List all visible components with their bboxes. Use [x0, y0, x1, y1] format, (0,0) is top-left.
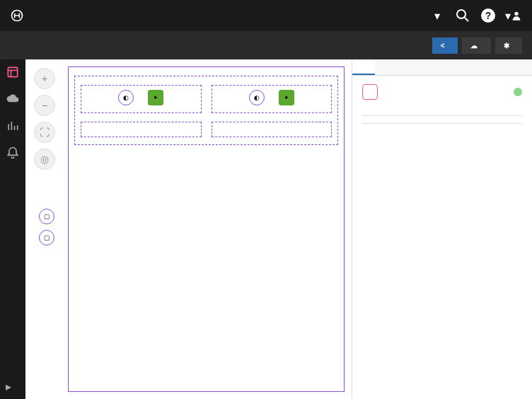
share-button[interactable]: < — [432, 37, 458, 54]
efs-node[interactable]: ✦ — [148, 90, 163, 105]
svg-point-4 — [514, 12, 518, 16]
s3-node[interactable]: ▢ — [39, 209, 54, 224]
zoom-target-button[interactable]: ◎ — [34, 149, 55, 170]
zoom-out-button[interactable]: − — [34, 95, 55, 116]
status-indicator — [514, 88, 522, 96]
diagram-canvas[interactable]: + − ⛶ ◎ ▢ ▢ ○ ○ ◐ ✦ — [25, 59, 352, 399]
nav-alerts-icon[interactable] — [6, 146, 20, 160]
search-icon[interactable] — [454, 7, 471, 24]
svg-point-1 — [457, 10, 466, 18]
nat-node[interactable]: ◐ — [249, 90, 265, 105]
vpc-container: ▢ ▢ ○ ○ ◐ ✦ — [68, 66, 345, 392]
svg-text:?: ? — [485, 10, 492, 21]
logo[interactable] — [10, 8, 28, 23]
user-menu[interactable]: ▾ — [505, 7, 522, 24]
nav-environments-icon[interactable] — [6, 65, 20, 79]
rds-icon — [362, 84, 378, 100]
help-icon[interactable]: ? — [480, 7, 497, 24]
svg-rect-5 — [8, 67, 17, 76]
zoom-fit-button[interactable]: ⛶ — [34, 122, 55, 143]
export-button[interactable]: ☁ — [462, 37, 491, 54]
sidebar-expand-icon[interactable]: ▸ — [6, 380, 11, 393]
s3-node[interactable]: ▢ — [39, 230, 54, 245]
tab-attributes[interactable] — [352, 59, 375, 75]
efs-node[interactable]: ✦ — [279, 90, 294, 105]
dropdown-toggle[interactable]: ▾ — [429, 7, 446, 24]
logo-icon — [10, 8, 24, 23]
tab-versions[interactable] — [375, 59, 398, 75]
nat-node[interactable]: ◐ — [118, 90, 134, 105]
zoom-in-button[interactable]: + — [34, 68, 55, 89]
nav-reports-icon[interactable] — [6, 119, 20, 133]
nav-cloud-icon[interactable] — [6, 92, 20, 106]
view-options-button[interactable]: ✱ — [495, 37, 523, 54]
